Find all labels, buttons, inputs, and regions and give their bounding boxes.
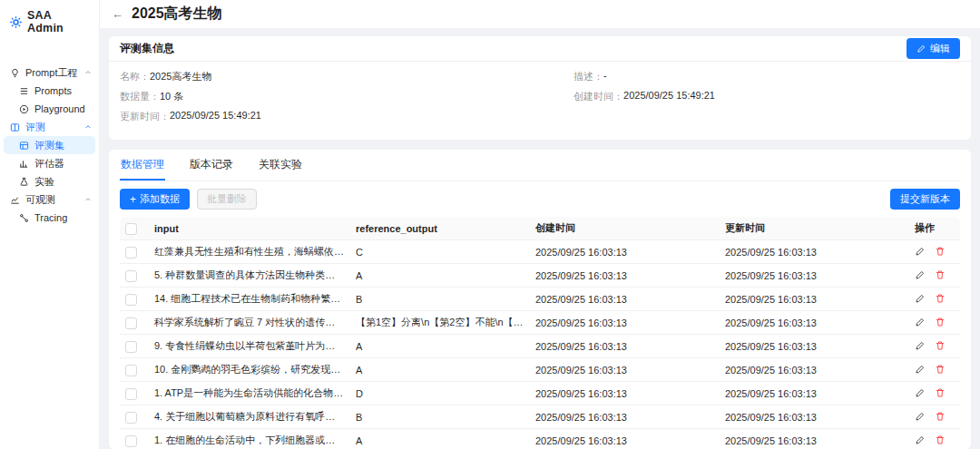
row-checkbox[interactable] bbox=[125, 388, 137, 400]
cell-reference-output: A bbox=[350, 429, 530, 449]
sidebar-nav: Prompt工程 Prompts Playground bbox=[0, 63, 99, 227]
sidebar-item-tracing[interactable]: Tracing bbox=[4, 209, 95, 227]
column-created: 创建时间 bbox=[530, 217, 720, 240]
cell-created: 2025/09/25 16:03:13 bbox=[530, 429, 720, 449]
field-name: 名称： 2025高考生物 bbox=[120, 70, 573, 83]
delete-row-icon[interactable] bbox=[935, 293, 946, 304]
submit-version-button[interactable]: 提交新版本 bbox=[890, 189, 960, 210]
edit-row-icon[interactable] bbox=[915, 364, 926, 375]
dataset-info-card: 评测集信息 编辑 名称： 2025高考生物 bbox=[109, 36, 971, 140]
chevron-up-icon bbox=[84, 196, 92, 203]
row-checkbox[interactable] bbox=[125, 294, 137, 306]
edit-button[interactable]: 编辑 bbox=[906, 38, 960, 59]
delete-row-icon[interactable] bbox=[935, 434, 946, 445]
delete-row-icon[interactable] bbox=[935, 269, 946, 280]
batch-delete-button[interactable]: 批量删除 bbox=[197, 189, 257, 210]
column-updated: 更新时间 bbox=[720, 217, 909, 240]
cell-input: 红藻兼具无性生殖和有性生殖，海蜗螺依赖红藻繁殖过冬天敌，并取食... bbox=[149, 240, 350, 264]
sidebar-item-experiments[interactable]: 实验 bbox=[4, 172, 95, 190]
sidebar-item-eval-sets[interactable]: 评测集 bbox=[4, 136, 95, 154]
cell-created: 2025/09/25 16:03:13 bbox=[530, 335, 720, 358]
edit-row-icon[interactable] bbox=[915, 269, 926, 280]
sidebar-section-observe[interactable]: 可观测 bbox=[0, 190, 99, 209]
info-left-column: 名称： 2025高考生物 数据量： 10 条 更新时间： 2025/09/25 … bbox=[120, 70, 573, 130]
sidebar-item-label: 评估器 bbox=[34, 157, 64, 171]
row-checkbox[interactable] bbox=[125, 341, 137, 353]
bulb-icon bbox=[10, 68, 20, 78]
cell-input: 14. 细胞工程技术已在生物制药和物种繁育等领域得到了广泛应用。下... bbox=[149, 288, 350, 311]
app-logo: SAA Admin bbox=[0, 7, 99, 36]
row-checkbox[interactable] bbox=[125, 270, 137, 282]
cell-input: 1. ATP是一种能为生命活动供能的化合物，下列过程不消耗ATP的是（... bbox=[149, 382, 350, 405]
field-created: 创建时间： 2025/09/25 15:49:21 bbox=[573, 90, 960, 103]
edit-row-icon[interactable] bbox=[915, 317, 926, 327]
line-chart-icon bbox=[10, 195, 20, 205]
edit-row-icon[interactable] bbox=[915, 434, 926, 445]
table-row: 9. 专食性绢蝶幼虫以半荷包紫堇叶片为食，成体绢蝶偏好在揭叶型半... A 20… bbox=[120, 335, 960, 358]
chevron-up-icon bbox=[84, 123, 92, 131]
row-checkbox[interactable] bbox=[125, 435, 137, 447]
cell-reference-output: B bbox=[350, 405, 530, 429]
pencil-icon bbox=[916, 44, 926, 54]
table-header-row: input reference_output 创建时间 更新时间 操作 bbox=[120, 217, 960, 240]
cell-created: 2025/09/25 16:03:13 bbox=[530, 240, 720, 264]
delete-row-icon[interactable] bbox=[935, 411, 946, 422]
cell-created: 2025/09/25 16:03:13 bbox=[530, 382, 720, 405]
edit-row-icon[interactable] bbox=[915, 411, 926, 422]
sidebar-item-label: 评测集 bbox=[34, 139, 64, 152]
cell-updated: 2025/09/25 16:03:13 bbox=[720, 335, 909, 358]
edit-row-icon[interactable] bbox=[915, 293, 926, 304]
table-row: 4. 关于细胞以葡萄糖为原料进行有氧呼吸和无氧呼吸的过程，下列说法... B 2… bbox=[120, 405, 960, 429]
sidebar-item-label: Prompts bbox=[34, 85, 72, 96]
row-checkbox[interactable] bbox=[125, 412, 137, 424]
table-icon bbox=[19, 141, 29, 151]
cell-input: 9. 专食性绢蝶幼虫以半荷包紫堇叶片为食，成体绢蝶偏好在揭叶型半... bbox=[149, 335, 350, 358]
plus-icon: + bbox=[130, 194, 136, 205]
cell-updated: 2025/09/25 16:03:13 bbox=[720, 405, 909, 429]
cell-updated: 2025/09/25 16:03:13 bbox=[720, 311, 909, 335]
row-checkbox[interactable] bbox=[125, 365, 137, 376]
gear-icon bbox=[9, 15, 23, 29]
row-checkbox[interactable] bbox=[125, 317, 137, 329]
delete-row-icon[interactable] bbox=[935, 317, 946, 327]
edit-row-icon[interactable] bbox=[915, 246, 926, 257]
table-row: 5. 种群数量调查的具体方法因生物种类而异，下列叙述错误的是（）\... A 2… bbox=[120, 264, 960, 288]
sidebar-section-eval[interactable]: 评测 bbox=[0, 118, 99, 136]
delete-row-icon[interactable] bbox=[935, 387, 946, 398]
tab-version-history[interactable]: 版本记录 bbox=[189, 150, 234, 181]
delete-row-icon[interactable] bbox=[935, 246, 946, 257]
cell-input: 10. 金刚鹦鹉的羽毛色彩缤纷，研究发现乙醛脱氢酶能催化鹦鹉黄素的... bbox=[149, 358, 350, 382]
cell-created: 2025/09/25 16:03:13 bbox=[530, 264, 720, 288]
toolbar: + 添加数据 批量删除 提交新版本 bbox=[120, 181, 960, 217]
sidebar-item-evaluators[interactable]: 评估器 bbox=[4, 154, 95, 172]
trace-icon bbox=[19, 213, 29, 223]
cell-updated: 2025/09/25 16:03:13 bbox=[720, 429, 909, 449]
cell-reference-output: A bbox=[350, 335, 530, 358]
content: 评测集信息 编辑 名称： 2025高考生物 bbox=[100, 28, 980, 449]
sidebar-section-prompt[interactable]: Prompt工程 bbox=[0, 63, 99, 82]
back-arrow-icon[interactable]: ← bbox=[112, 8, 123, 20]
bar-chart-icon bbox=[19, 159, 29, 169]
cell-reference-output: A bbox=[350, 264, 530, 288]
cell-reference-output: D bbox=[350, 382, 530, 405]
delete-row-icon[interactable] bbox=[935, 340, 946, 351]
sidebar-item-prompts[interactable]: Prompts bbox=[4, 82, 95, 100]
delete-row-icon[interactable] bbox=[935, 364, 946, 375]
sidebar-item-playground[interactable]: Playground bbox=[4, 100, 95, 118]
sidebar-item-label: Playground bbox=[34, 103, 85, 114]
app-title: SAA Admin bbox=[27, 9, 90, 34]
tab-data-management[interactable]: 数据管理 bbox=[120, 150, 165, 181]
list-icon bbox=[19, 86, 29, 96]
sidebar-section-label: 评测 bbox=[25, 121, 45, 134]
cell-input: 4. 关于细胞以葡萄糖为原料进行有氧呼吸和无氧呼吸的过程，下列说法... bbox=[149, 405, 350, 429]
select-all-checkbox[interactable] bbox=[125, 223, 137, 235]
add-data-button[interactable]: + 添加数据 bbox=[120, 189, 190, 210]
dataset-table: input reference_output 创建时间 更新时间 操作 红藻兼具… bbox=[120, 217, 960, 449]
row-checkbox[interactable] bbox=[125, 247, 137, 259]
edit-row-icon[interactable] bbox=[915, 387, 926, 398]
play-circle-icon bbox=[19, 104, 29, 114]
tab-linked-experiments[interactable]: 关联实验 bbox=[258, 150, 303, 181]
chevron-up-icon bbox=[84, 69, 92, 76]
edit-row-icon[interactable] bbox=[915, 340, 926, 351]
table-row: 1. 在细胞的生命活动中，下列细胞器或结构不会出现核酸分子的是（）... A 2… bbox=[120, 429, 960, 449]
